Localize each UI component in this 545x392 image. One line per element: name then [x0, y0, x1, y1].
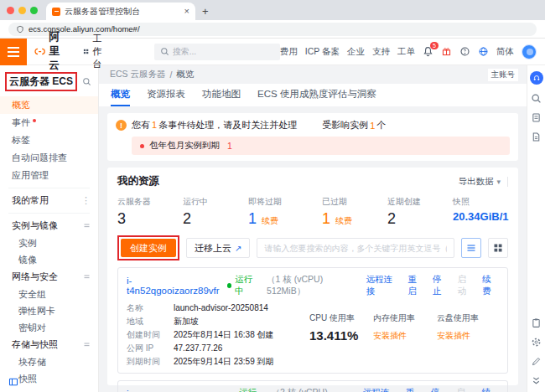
sidebar-item-label: 密钥对	[18, 322, 46, 334]
group-handle-icon	[83, 222, 91, 230]
sidebar-group-instances-images[interactable]: 实例与镜像	[0, 217, 98, 235]
sidebar-group-storage-snapshots[interactable]: 存储与快照	[0, 336, 98, 353]
topnav-item-enterprise[interactable]: 企业	[347, 46, 365, 58]
tab-overview[interactable]: 概览	[111, 84, 130, 106]
my-resources-card: 我的资源 导出数据 ▾ 云服务器 3 运行中	[107, 168, 518, 385]
sidebar-item-auto-diagnose[interactable]: 自动问题排查	[0, 149, 98, 167]
sidebar-search-icon[interactable]	[82, 77, 91, 86]
support-chat-button[interactable]	[530, 71, 543, 85]
instance-id-link[interactable]: i-t4n52qgooizaorz89vfr	[127, 276, 221, 296]
instance-status: 运行中	[227, 274, 261, 297]
user-avatar[interactable]	[522, 44, 537, 59]
promotions-gift-button[interactable]	[441, 46, 452, 57]
install-plugin-link[interactable]: 安装插件	[437, 330, 487, 342]
rail-search-button[interactable]	[531, 93, 542, 104]
instance-toolbar: 创建实例 迁移上云 ↗	[117, 235, 508, 260]
help-button[interactable]	[459, 46, 470, 57]
page-tabs: 概览 资源报表 功能地图 ECS 使用成熟度评估与洞察	[99, 84, 527, 106]
search-icon	[531, 93, 542, 104]
sidebar-item-app-management[interactable]: 应用管理	[0, 167, 98, 184]
new-tab-button[interactable]: +	[202, 6, 209, 17]
sidebar-item-block-storage[interactable]: 块存储	[0, 353, 98, 370]
window-minimize-button[interactable]	[18, 7, 26, 14]
tab-maturity-insight[interactable]: ECS 使用成熟度评估与洞察	[257, 84, 376, 106]
rail-clipboard-button[interactable]	[531, 317, 542, 328]
tab-title: 云服务器管理控制台	[65, 6, 180, 18]
sidebar-item-security-groups[interactable]: 安全组	[0, 286, 98, 302]
pencil-icon	[531, 356, 542, 367]
tab-close-icon[interactable]: ×	[184, 7, 189, 16]
products-menu-button[interactable]	[0, 39, 27, 65]
tab-feature-map[interactable]: 功能地图	[202, 84, 241, 106]
rail-settings-button[interactable]	[531, 337, 542, 348]
create-instance-button[interactable]: 创建实例	[121, 239, 176, 257]
language-globe-icon	[478, 46, 489, 57]
language-switcher[interactable]: 简体	[496, 46, 514, 58]
top-search-input[interactable]	[173, 47, 274, 56]
install-plugin-link[interactable]: 安装插件	[373, 330, 423, 342]
stat-value: 3	[117, 210, 126, 228]
stat-recently-created: 近期创建 2	[387, 196, 453, 228]
renew-link[interactable]: 续费	[335, 215, 352, 227]
remote-connect-link[interactable]: 远程连接	[366, 274, 399, 297]
remote-connect-link[interactable]: 远程连接	[363, 387, 397, 392]
topnav-item-billing[interactable]: 费用	[280, 46, 298, 58]
stop-link[interactable]: 停止	[431, 387, 448, 392]
stat-value[interactable]: 1	[322, 210, 330, 228]
rail-feedback-button[interactable]	[531, 356, 542, 367]
browser-tab-strip: 云服务器管理控制台 × +	[0, 0, 545, 20]
collapse-sidebar-button[interactable]	[8, 377, 18, 387]
stat-value[interactable]: 1	[248, 210, 257, 228]
top-search-box[interactable]	[154, 44, 280, 60]
renew-link[interactable]: 续费	[482, 274, 499, 297]
impacted-instances[interactable]: 受影响实例1个	[322, 119, 386, 132]
tab-resource-report[interactable]: 资源报表	[147, 84, 185, 106]
instance-actions: 远程连接 重启 停止 启动 续费	[366, 274, 499, 297]
rail-scroll-down-button[interactable]	[531, 375, 542, 386]
workbench-label: 工作台	[92, 33, 111, 70]
workbench-button[interactable]: 工作台	[83, 33, 111, 70]
browser-tab[interactable]: 云服务器管理控制台 ×	[46, 3, 195, 20]
sidebar-item-keypairs[interactable]: 密钥对	[0, 319, 98, 336]
renew-link[interactable]: 续费	[482, 387, 499, 392]
rail-docs-button[interactable]	[531, 132, 542, 142]
restart-link[interactable]: 重启	[407, 274, 424, 297]
sidebar-item-overview[interactable]: 概览	[0, 96, 98, 114]
console-top-nav: 阿里云 工作台 费用 ICP 备案 企业 支持 工单	[0, 39, 545, 65]
sidebar-item-label: 块存储	[18, 356, 46, 369]
topnav-item-workorder[interactable]: 工单	[397, 46, 415, 58]
grid-view-toggle-button[interactable]	[488, 238, 508, 258]
topnav-item-support[interactable]: 支持	[372, 46, 390, 58]
grid-icon	[83, 47, 89, 56]
window-zoom-button[interactable]	[30, 7, 38, 14]
topnav-item-icp[interactable]: ICP 备案	[305, 46, 340, 58]
aliyun-logo[interactable]: 阿里云	[34, 30, 70, 73]
sidebar-item-eni[interactable]: 弹性网卡	[0, 302, 98, 319]
sidebar-item-instances[interactable]: 实例	[0, 235, 98, 251]
sidebar-item-events[interactable]: 事件	[0, 114, 98, 132]
search-icon	[160, 47, 169, 56]
instance-search-box[interactable]	[257, 238, 454, 258]
sidebar-group-network-security[interactable]: 网络与安全	[0, 268, 98, 286]
stat-value[interactable]: 20.34GiB/1	[453, 210, 509, 223]
rail-survey-button[interactable]	[531, 112, 542, 123]
sidebar-section-favorites[interactable]: 我的常用 ⋮	[0, 192, 98, 209]
restart-link[interactable]: 重启	[406, 387, 423, 392]
more-icon[interactable]: ⋮	[81, 195, 91, 206]
migrate-to-cloud-button[interactable]: 迁移上云 ↗	[186, 238, 250, 258]
breadcrumb-root[interactable]: ECS 云服务器	[110, 69, 166, 80]
sidebar-item-images[interactable]: 镜像	[0, 251, 98, 268]
notifications-button[interactable]: 5	[423, 46, 433, 57]
renew-link[interactable]: 续费	[262, 215, 278, 227]
stat-running: 运行中 2	[183, 196, 248, 228]
window-close-button[interactable]	[7, 7, 14, 14]
instance-id-link[interactable]: i-t4ncacuqf6c6kjaq9g8r	[127, 389, 224, 392]
sidebar-item-tags[interactable]: 标签	[0, 132, 98, 149]
alert-red-dot	[140, 144, 144, 148]
expire-alert[interactable]: 包年包月实例到期 1	[132, 137, 510, 155]
export-data-button[interactable]: 导出数据 ▾	[458, 176, 501, 188]
list-view-toggle-button[interactable]	[461, 238, 481, 258]
clipboard-icon	[531, 317, 542, 328]
instance-search-input[interactable]	[264, 244, 447, 253]
stop-link[interactable]: 停止	[433, 274, 449, 297]
